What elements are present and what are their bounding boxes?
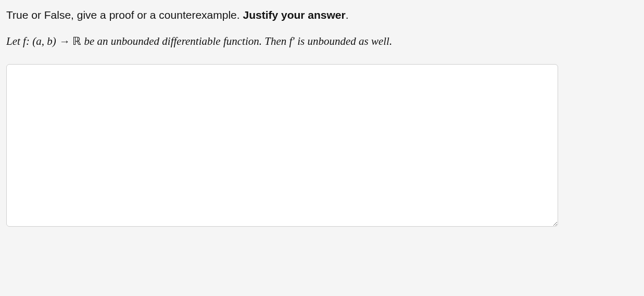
stmt-a: a: [36, 35, 42, 47]
stmt-colon-open: : (: [26, 35, 36, 47]
answer-textarea[interactable]: [6, 64, 558, 227]
stmt-b: b: [47, 35, 53, 47]
question-prompt: True or False, give a proof or a counter…: [6, 7, 638, 22]
prompt-suffix: .: [346, 9, 349, 21]
prompt-bold: Justify your answer: [243, 9, 345, 21]
stmt-comma: ,: [42, 35, 47, 47]
stmt-mid1: be an unbounded differentiable function.…: [81, 35, 289, 47]
stmt-mid2: is unbounded as well.: [295, 35, 392, 47]
prompt-prefix: True or False, give a proof or a counter…: [6, 9, 243, 21]
question-statement: Let f: (a, b) → ℝ be an unbounded differ…: [6, 34, 638, 49]
stmt-R: ℝ: [72, 35, 81, 47]
stmt-close-arrow: ) →: [53, 35, 72, 47]
stmt-let: Let: [6, 35, 23, 47]
